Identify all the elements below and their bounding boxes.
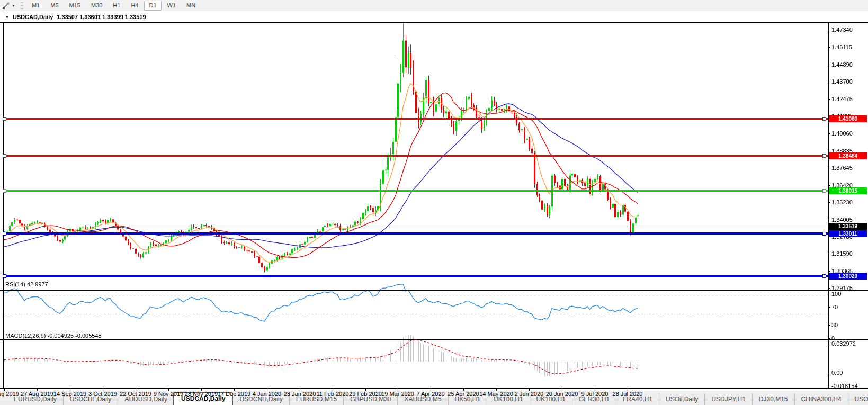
- current-price-line: [4, 227, 828, 227]
- price-axis-tick-label: 1.44890: [831, 61, 853, 68]
- time-axis-tick-label: 20 Jun 2020: [546, 391, 578, 397]
- price-axis-tick-label: 1.35230: [831, 199, 853, 205]
- rsi-axis-tick-label: 70: [831, 304, 838, 310]
- price-axis-tick-label: 1.40060: [831, 130, 853, 137]
- timeframe-button-m5[interactable]: M5: [46, 1, 63, 11]
- pane-separator: [0, 388, 868, 389]
- time-axis-tick-label: 4 Jan 2020: [253, 391, 281, 397]
- price-axis-tick-label: 1.31590: [831, 250, 853, 257]
- time-axis-tick-label: 3 Oct 2019: [88, 391, 117, 397]
- timeframe-buttons: M1M5M15M30H1H4D1W1MN: [26, 1, 201, 11]
- line-anchor-handle[interactable]: [822, 189, 826, 193]
- pane-separator: [0, 339, 868, 340]
- price-axis-tick-label: 1.47340: [831, 26, 853, 33]
- horizontal-line-resistance[interactable]: [4, 155, 828, 157]
- time-axis-tick-label: 23 Jan 2020: [284, 391, 316, 397]
- pane-separator: [0, 341, 868, 341]
- time-axis-tick-label: 28 Jul 2020: [613, 391, 643, 397]
- toolbar-grip-handle[interactable]: [21, 2, 23, 10]
- line-anchor-handle[interactable]: [3, 189, 6, 193]
- timeframe-toolbar: ▼ M1M5M15M30H1H4D1W1MN: [0, 0, 868, 12]
- horizontal-line-pivot[interactable]: [4, 190, 828, 192]
- current-price-badge: 1.33519: [829, 223, 867, 230]
- time-axis-tick-label: 27 Aug 2019: [21, 391, 53, 397]
- line-anchor-handle[interactable]: [3, 274, 6, 278]
- time-axis-tick-label: 22 Oct 2019: [120, 391, 151, 397]
- price-line-badge: 1.36015: [829, 187, 867, 194]
- macd-axis-tick-label: 0.00: [831, 370, 843, 376]
- pane-separator: [0, 290, 868, 291]
- chart-top-border: [0, 22, 868, 23]
- line-anchor-handle[interactable]: [822, 117, 826, 121]
- line-anchor-handle[interactable]: [822, 274, 826, 278]
- chart-tab-dj30-m15[interactable]: DJ30,M15: [752, 393, 794, 405]
- price-axis-separator[interactable]: [828, 22, 829, 388]
- price-axis-tick-label: 1.43700: [831, 78, 853, 85]
- timeframe-button-h4[interactable]: H4: [126, 1, 143, 11]
- rsi-axis-tick-label: 30: [831, 322, 838, 328]
- chart-tab-china300-h4[interactable]: CHINA300,H4: [794, 393, 848, 405]
- price-line-badge: 1.30020: [829, 273, 867, 280]
- timeframe-button-h1[interactable]: H1: [108, 1, 125, 11]
- timeframe-button-m1[interactable]: M1: [27, 1, 44, 11]
- chart-window: ▼ USDCAD,Daily 1.33507 1.33601 1.33399 1…: [0, 11, 868, 388]
- timeframe-button-w1[interactable]: W1: [163, 1, 181, 11]
- time-axis-tick-label: 25 Apr 2020: [448, 391, 479, 397]
- time-axis-tick-label: 28 Nov 2019: [185, 391, 218, 397]
- price-line-badge: 1.41060: [829, 115, 867, 122]
- line-anchor-handle[interactable]: [822, 232, 826, 236]
- price-axis-tick-label: 1.37645: [831, 165, 853, 171]
- chart-ohlc-values: 1.33507 1.33601 1.33399 1.33519: [57, 14, 146, 20]
- price-axis-tick-label: 1.42475: [831, 96, 853, 102]
- horizontal-line-resistance[interactable]: [4, 118, 828, 120]
- time-axis-tick-label: 11 Feb 2020: [317, 391, 349, 397]
- chart-left-border: [3, 22, 4, 388]
- price-line-badge: 1.33011: [829, 230, 867, 237]
- time-axis-tick-label: 14 May 2020: [479, 391, 513, 397]
- chevron-down-icon: ▼: [12, 4, 15, 7]
- timeframe-button-m15[interactable]: M15: [65, 1, 85, 11]
- time-axis-tick-label: 29 Feb 2020: [349, 391, 382, 397]
- line-anchor-handle[interactable]: [3, 154, 6, 158]
- line-studies-button[interactable]: ▼: [0, 0, 17, 11]
- rsi-axis-tick-label: 100: [831, 291, 841, 297]
- trading-terminal: ▼ M1M5M15M30H1H4D1W1MN ▼ USDCAD,Daily 1.…: [0, 0, 868, 405]
- line-anchor-handle[interactable]: [3, 232, 6, 236]
- symbol-dropdown-icon[interactable]: ▼: [5, 15, 9, 19]
- time-axis-tick-label: 9 Jul 2020: [581, 391, 609, 397]
- date-axis-bottom-border: [0, 399, 868, 399]
- time-axis-tick-label: 7 Apr 2020: [416, 391, 444, 397]
- time-axis-tick-label: 14 Sep 2019: [53, 391, 86, 397]
- price-axis-tick-label: 1.34005: [831, 217, 853, 223]
- horizontal-line-support[interactable]: [4, 232, 828, 235]
- pane-separator: [0, 289, 868, 289]
- timeframe-button-m30[interactable]: M30: [86, 1, 107, 11]
- line-anchor-handle[interactable]: [822, 154, 826, 158]
- time-axis-tick-label: 9 Nov 2019: [154, 391, 183, 397]
- chart-tab-usdjpy-h1[interactable]: USDJPY,H1: [704, 393, 751, 405]
- macd-indicator-label: MACD(12,26,9) -0.004925 -0.005548: [5, 332, 102, 339]
- time-axis-tick-label: 2 Jun 2020: [515, 391, 543, 397]
- chart-tab-usoil-h[interactable]: USOil,H: [848, 393, 868, 405]
- time-axis-tick-label: 8 Aug 2019: [0, 391, 19, 397]
- chart-title: ▼ USDCAD,Daily 1.33507 1.33601 1.33399 1…: [5, 14, 146, 20]
- time-axis-tick-label: 17 Dec 2019: [218, 391, 250, 397]
- line-anchor-handle[interactable]: [3, 117, 6, 121]
- price-line-badge: 1.38464: [829, 152, 867, 159]
- timeframe-button-mn[interactable]: MN: [182, 1, 200, 11]
- chart-symbol-label: USDCAD,Daily: [13, 14, 53, 20]
- timeframe-button-d1[interactable]: D1: [144, 1, 161, 11]
- chart-tab-usoil-daily[interactable]: USOil,Daily: [659, 393, 704, 405]
- horizontal-line-support[interactable]: [4, 275, 828, 277]
- rsi-indicator-label: RSI(14) 42.9977: [5, 281, 48, 287]
- time-axis-tick-label: 19 Mar 2020: [381, 391, 414, 397]
- price-chart-canvas[interactable]: [0, 11, 868, 388]
- line-studies-icon: [2, 2, 10, 10]
- price-axis-tick-label: 1.46115: [831, 44, 852, 50]
